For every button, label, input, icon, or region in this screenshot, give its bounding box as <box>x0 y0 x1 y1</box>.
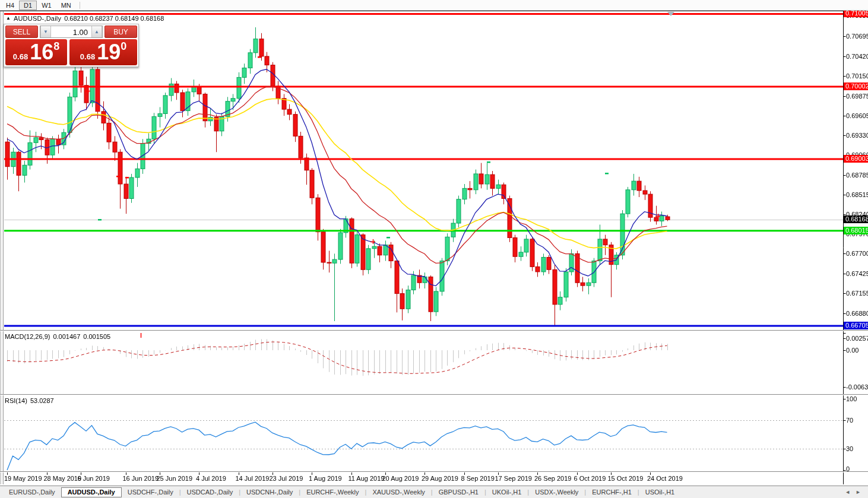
pane-splitter[interactable] <box>0 330 868 331</box>
chart-tab-eurchf-weekly[interactable]: EURCHF-,Weekly <box>300 487 365 497</box>
rsi-axis-label: 100 <box>846 395 868 402</box>
sell-price-button[interactable]: 0.68 16 8 <box>5 39 67 65</box>
macd-value: 0.001467 <box>53 333 80 340</box>
price-axis-label: 0.67425 <box>846 270 868 277</box>
macd-axis-label: 0.00 <box>846 347 868 354</box>
chart-ohlc-values: 0.68210 0.68237 0.68149 0.68168 <box>64 15 164 22</box>
level-price-chip: 0.68015 <box>844 227 868 234</box>
price-axis-label: 0.70150 <box>846 72 868 80</box>
window-left-frame <box>0 11 4 484</box>
date-axis-label: 28 May 2019 <box>44 475 82 482</box>
chart-shift-marker[interactable] <box>667 12 674 16</box>
chart-tab-eurusd-daily[interactable]: EURUSD-,Daily <box>3 487 61 497</box>
timeframe-w1-button[interactable]: W1 <box>37 1 56 10</box>
chart-tab-usdcnh-daily[interactable]: USDCNH-,Daily <box>240 487 299 497</box>
buy-price-sup: 0 <box>121 40 126 53</box>
tab-scroll-arrows: ◄► <box>845 489 868 495</box>
date-axis-label: 19 May 2019 <box>4 475 42 482</box>
chart-tab-usdchf-daily[interactable]: USDCHF-,Daily <box>122 487 179 497</box>
date-axis-label: 17 Sep 2019 <box>495 475 532 482</box>
buy-price-big: 19 <box>97 39 121 65</box>
chart-tab-usoil-h1[interactable]: USOil-,H1 <box>639 487 681 497</box>
timeframe-mn-button[interactable]: MN <box>56 1 76 10</box>
rsi-axis-label: 30 <box>846 445 868 452</box>
chart-tab-bar: EURUSD-,DailyAUDUSD-,DailyUSDCHF-,Daily|… <box>0 486 868 498</box>
volume-input[interactable]: 1.00 <box>51 26 91 37</box>
level-price-chip: 0.69003 <box>844 155 868 163</box>
chart-tab-ukoil-h1[interactable]: UKOil-,H1 <box>486 487 528 497</box>
price-axis-label: 0.68785 <box>846 172 868 179</box>
macd-axis-label: 0.002574 <box>846 335 868 342</box>
date-axis-label: 14 Jul 2019 <box>236 475 270 482</box>
buy-price-prefix: 0.68 <box>80 52 95 61</box>
date-axis-label: 1 Aug 2019 <box>309 475 342 482</box>
pane-splitter[interactable] <box>0 471 868 472</box>
macd-axis-label: -0.006326 <box>846 383 868 391</box>
volume-spinner: ▼ 1.00 ▲ <box>40 26 103 38</box>
date-axis-label: 15 Oct 2019 <box>608 475 644 482</box>
timeframe-toolbar: H4 D1 W1 MN <box>0 0 868 11</box>
rsi-axis-label: 70 <box>846 417 868 424</box>
sell-price-big: 16 <box>30 39 53 65</box>
buy-price-button[interactable]: 0.68 19 0 <box>69 39 137 65</box>
chart-tab-usdcad-daily[interactable]: USDCAD-,Daily <box>181 487 239 497</box>
level-price-chip: 0.71005 <box>844 9 868 17</box>
pane-splitter[interactable] <box>0 394 868 395</box>
chart-tab-xauusd-weekly[interactable]: XAUUSD-,Weekly <box>366 487 430 497</box>
timeframe-h4-button[interactable]: H4 <box>1 1 19 10</box>
rsi-value: 53.0287 <box>30 397 54 404</box>
price-chart-canvas[interactable] <box>0 0 868 486</box>
price-axis-label: 0.70420 <box>846 53 868 60</box>
date-axis-label: 6 Jun 2019 <box>78 475 110 482</box>
chart-window-border <box>0 11 868 11</box>
price-axis-label: 0.67700 <box>846 250 868 257</box>
macd-signal-value: 0.001505 <box>83 333 110 340</box>
current-price-chip: 0.68168 <box>844 215 868 223</box>
date-axis-label: 25 Jun 2019 <box>157 475 193 482</box>
timeframe-d1-button[interactable]: D1 <box>19 1 37 10</box>
price-axis-label: 0.69605 <box>846 112 868 119</box>
date-axis-label: 23 Jul 2019 <box>270 475 303 482</box>
date-axis-label: 8 Sep 2019 <box>461 475 495 482</box>
level-price-chip: 0.66705 <box>844 322 868 329</box>
price-axis-label: 0.67155 <box>846 290 868 297</box>
price-axis-label: 0.68515 <box>846 191 868 198</box>
one-click-trading-panel: SELL ▼ 1.00 ▲ BUY 0.68 16 8 0.68 19 0 <box>4 24 139 67</box>
toolbar-separator <box>80 2 80 9</box>
collapse-arrow-icon[interactable]: ▲ <box>6 16 11 21</box>
chart-title: ▲ AUDUSD-,Daily 0.68210 0.68237 0.68149 … <box>6 15 164 22</box>
chart-tab-gbpusd-h1[interactable]: GBPUSD-,H1 <box>433 487 484 497</box>
date-axis-label: 16 Jun 2019 <box>123 475 159 482</box>
chart-tab-usdx-weekly[interactable]: USDX-,Weekly <box>529 487 584 497</box>
level-price-chip: 0.70002 <box>844 83 868 90</box>
price-axis-label: 0.69875 <box>846 93 868 100</box>
volume-decrease-icon[interactable]: ▼ <box>40 26 51 37</box>
date-axis-label: 26 Sep 2019 <box>534 475 571 482</box>
date-axis-label: 20 Aug 2019 <box>382 475 419 482</box>
chart-symbol-label: AUDUSD-,Daily <box>14 15 61 22</box>
date-axis-label: 4 Jul 2019 <box>196 475 226 482</box>
price-axis-label: 0.66880 <box>846 310 868 317</box>
rsi-name: RSI(14) <box>5 397 27 404</box>
date-axis-label: 29 Aug 2019 <box>422 475 458 482</box>
chart-tab-eurchf-h1[interactable]: EURCHF-,H1 <box>586 487 638 497</box>
rsi-indicator-label: RSI(14)53.0287 <box>5 397 57 404</box>
buy-button[interactable]: BUY <box>104 26 137 38</box>
macd-name: MACD(12,26,9) <box>5 333 50 340</box>
date-axis-label: 24 Oct 2019 <box>647 475 683 482</box>
tab-scroll-left-icon[interactable]: ◄ <box>845 489 850 495</box>
date-axis-label: 11 Aug 2019 <box>349 475 385 482</box>
price-axis-label: 0.70695 <box>846 33 868 40</box>
volume-increase-icon[interactable]: ▲ <box>91 26 102 37</box>
sell-price-prefix: 0.68 <box>13 52 28 61</box>
price-axis-label: 0.69330 <box>846 132 868 139</box>
date-axis-label: 6 Oct 2019 <box>574 475 606 482</box>
sell-price-sup: 8 <box>53 40 59 53</box>
tab-scroll-right-icon[interactable]: ► <box>856 489 861 495</box>
chart-tab-audusd-daily[interactable]: AUDUSD-,Daily <box>61 487 122 497</box>
macd-indicator-label: MACD(12,26,9)0.0014670.001505 <box>5 333 113 340</box>
sell-button[interactable]: SELL <box>5 26 38 38</box>
